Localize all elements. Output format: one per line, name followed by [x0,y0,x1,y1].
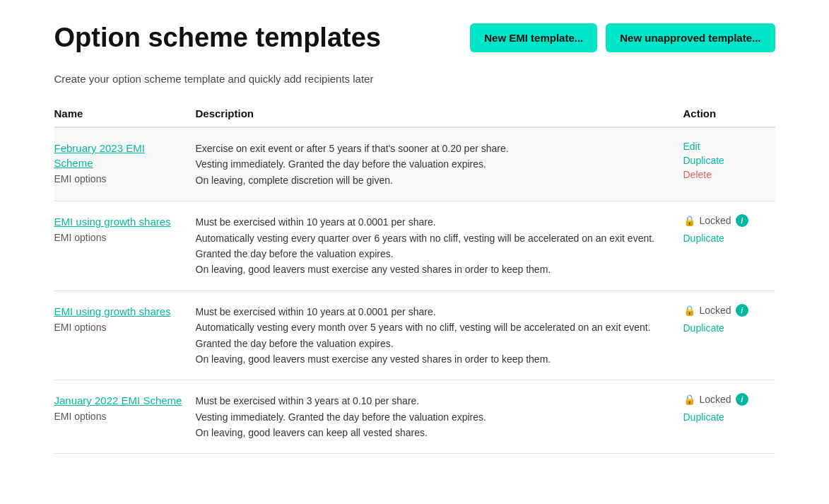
new-unapproved-button[interactable]: New unapproved template... [606,23,775,52]
duplicate-link[interactable]: Duplicate [683,411,775,423]
lock-icon: 🔒 [683,394,695,405]
info-icon[interactable]: i [736,304,748,317]
page-title: Option scheme templates [54,23,381,53]
table-row: February 2023 EMI Scheme EMI options Exe… [54,128,775,201]
row-name-cell: February 2023 EMI Scheme EMI options [54,141,196,188]
duplicate-link[interactable]: Duplicate [683,233,775,244]
row-name-cell: January 2022 EMI Scheme EMI options [54,393,196,440]
new-emi-button[interactable]: New EMI template... [470,23,597,52]
row-action-cell: 🔒 Locked i Duplicate [683,304,775,368]
table-row: EMI using growth shares EMI options Must… [54,291,775,381]
scheme-link-emi-growth-2[interactable]: EMI using growth shares [54,304,184,319]
locked-label: Locked [700,394,731,405]
locked-indicator: 🔒 Locked i [683,214,775,227]
row-action-cell: 🔒 Locked i Duplicate [683,393,775,440]
row-description: Must be exercised within 3 years at 0.10… [196,393,683,440]
duplicate-link[interactable]: Duplicate [683,155,775,166]
table-header: Name Description Action [54,107,775,128]
lock-icon: 🔒 [683,305,695,316]
col-action: Action [683,107,775,119]
table-row: January 2022 EMI Scheme EMI options Must… [54,380,775,454]
row-type: EMI options [54,232,184,243]
row-name-cell: EMI using growth shares EMI options [54,304,196,368]
duplicate-link[interactable]: Duplicate [683,322,775,334]
row-action-cell: Edit Duplicate Delete [683,141,775,188]
locked-label: Locked [700,215,731,226]
col-description: Description [196,107,683,119]
locked-indicator: 🔒 Locked i [683,304,775,317]
template-table: Name Description Action February 2023 EM… [54,107,775,454]
page-subtitle: Create your option scheme template and q… [54,73,775,85]
locked-indicator: 🔒 Locked i [683,393,775,406]
locked-label: Locked [700,305,731,316]
row-action-cell: 🔒 Locked i Duplicate [683,214,775,278]
scheme-link-feb2023[interactable]: February 2023 EMI Scheme [54,141,184,170]
row-name-cell: EMI using growth shares EMI options [54,214,196,278]
edit-link[interactable]: Edit [683,141,775,152]
row-description: Exercise on exit event or after 5 years … [196,141,683,188]
info-icon[interactable]: i [736,214,748,227]
delete-link[interactable]: Delete [683,169,775,180]
row-description: Must be exercised within 10 years at 0.0… [196,214,683,278]
col-name: Name [54,107,196,119]
scheme-link-jan2022[interactable]: January 2022 EMI Scheme [54,393,184,408]
row-description: Must be exercised within 10 years at 0.0… [196,304,683,368]
row-type: EMI options [54,173,184,184]
table-row: EMI using growth shares EMI options Must… [54,201,775,291]
row-type: EMI options [54,322,184,333]
row-type: EMI options [54,411,184,422]
info-icon[interactable]: i [736,393,748,406]
lock-icon: 🔒 [683,215,695,226]
header-buttons: New EMI template... New unapproved templ… [470,23,775,52]
scheme-link-emi-growth-1[interactable]: EMI using growth shares [54,214,184,229]
page-header: Option scheme templates New EMI template… [54,23,775,53]
